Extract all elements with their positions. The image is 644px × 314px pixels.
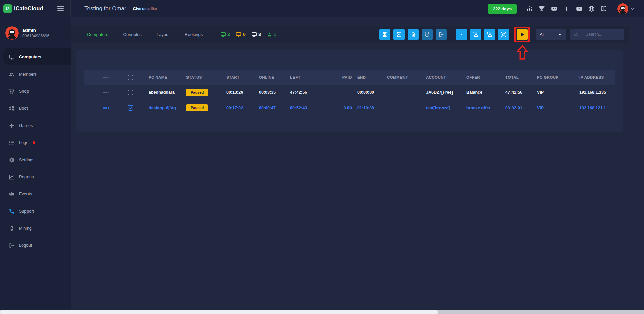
row-actions-icon[interactable] — [103, 92, 109, 93]
hourglass-filled-icon — [382, 31, 388, 38]
globe-icon[interactable] — [588, 5, 595, 12]
cell-start: 00:17:02 — [226, 106, 259, 110]
manual-icon[interactable] — [600, 5, 607, 12]
list-icon — [9, 140, 15, 146]
scrollbar-thumb[interactable] — [0, 310, 438, 314]
sidebar-item-reports[interactable]: Reports — [0, 168, 71, 185]
member-icon — [267, 32, 272, 37]
chart-icon — [9, 174, 15, 180]
topbar-actions: 222 days f — [488, 3, 644, 14]
sidebar-nav: Computers Members Shop Boot Games — [0, 48, 71, 254]
search-box — [570, 29, 624, 40]
hourglass-outline-icon — [396, 31, 402, 38]
sidebar-item-support[interactable]: Support — [0, 203, 71, 220]
user-menu[interactable] — [617, 3, 635, 14]
sidebar-item-computers[interactable]: Computers — [3, 48, 71, 65]
gamepad-icon — [9, 123, 15, 129]
cell-end: 01:10:38 — [357, 106, 387, 110]
column-header-comment: COMMENT — [387, 75, 426, 79]
trophy-icon[interactable] — [538, 5, 545, 12]
member-add-button[interactable] — [484, 29, 495, 40]
status-badge: Paused — [186, 104, 208, 111]
tab-consoles[interactable]: Consoles — [116, 28, 149, 41]
status-badge: Paused — [186, 89, 208, 96]
sign-out-button[interactable] — [436, 29, 447, 40]
cell-pc-name[interactable]: abedhaddara — [149, 90, 186, 95]
logs-alert-dot — [33, 141, 35, 144]
cash-button[interactable] — [456, 29, 467, 40]
view-tabs: Computers Consoles Layout Bookings — [87, 28, 210, 41]
sign-out-icon — [438, 31, 444, 38]
cell-offer: Balance — [466, 90, 505, 95]
alarm-button[interactable] — [422, 29, 433, 40]
cart-icon — [9, 88, 15, 94]
column-header-ip-address: IP ADDRESS — [579, 75, 615, 79]
row-actions-icon[interactable] — [103, 107, 109, 109]
monitor-icon — [251, 32, 257, 37]
resume-play-button[interactable] — [517, 29, 528, 40]
windows-icon — [9, 105, 15, 111]
table-header-row: PC NAME STATUS START ONLINE LEFT PAID EN… — [84, 70, 615, 85]
admin-avatar — [5, 26, 19, 40]
user-avatar — [617, 3, 628, 14]
hourglass-outline-button[interactable] — [393, 29, 405, 40]
column-header-account: ACCOUNT — [426, 75, 466, 79]
computer-row[interactable]: abedhaddara Paused 00:13:29 00:03:35 47:… — [84, 85, 615, 100]
sidebar-item-logs[interactable]: Logs — [0, 134, 71, 151]
battery-button[interactable] — [408, 29, 419, 40]
give-us-a-like-link[interactable]: Give us a like — [133, 7, 157, 11]
license-days-badge[interactable]: 222 days — [488, 4, 517, 14]
sidebar-item-boot[interactable]: Boot — [0, 100, 71, 117]
sidebar-item-label: Games — [19, 123, 33, 128]
sidebar-item-label: Boot — [19, 106, 28, 111]
member-star-button[interactable] — [470, 29, 481, 40]
sidebar-item-label: Computers — [19, 55, 41, 59]
cell-paid: 0.00 — [340, 106, 357, 110]
sidebar-item-label: Settings — [19, 158, 34, 162]
search-input[interactable] — [582, 32, 624, 37]
menu-toggle-button[interactable] — [56, 5, 65, 12]
cell-total: 03:32:01 — [505, 106, 537, 110]
screenshot-button[interactable] — [498, 29, 509, 40]
pc-group-filter[interactable]: All — [536, 29, 566, 40]
sidebar-item-events[interactable]: Events — [0, 185, 71, 203]
sidebar-item-logout[interactable]: Logout — [0, 237, 71, 254]
app-logo[interactable]: i2 iCafeCloud — [3, 4, 43, 13]
row-checkbox[interactable] — [128, 90, 133, 95]
tab-bookings[interactable]: Bookings — [177, 28, 210, 41]
discord-icon[interactable] — [550, 5, 558, 12]
sidebar: admin 096184986696 Computers Members Sho… — [0, 17, 71, 310]
sidebar-item-label: Shop — [19, 89, 29, 94]
cell-start: 00:13:29 — [226, 90, 259, 95]
row-checkbox-checked[interactable] — [128, 105, 133, 111]
leaderboard-icon[interactable] — [526, 5, 533, 12]
select-all-checkbox[interactable] — [128, 75, 133, 80]
cell-total: 47:42:56 — [505, 90, 537, 95]
counter-online-pcs: 2 — [220, 32, 230, 37]
icafecloud-app: i2 iCafeCloud Testing for Omar Give us a… — [0, 0, 644, 310]
sidebar-item-mining[interactable]: Mining — [0, 220, 71, 237]
computer-row-selected[interactable]: desktop-6j3rg… Paused 00:17:02 00:00:47 … — [84, 100, 615, 116]
screenshot-icon — [500, 31, 507, 38]
sidebar-item-shop[interactable]: Shop — [0, 83, 71, 100]
cafe-title: Testing for Omar — [84, 5, 126, 12]
cell-online: 00:03:35 — [259, 90, 290, 95]
hourglass-filled-button[interactable] — [379, 29, 390, 40]
cell-left: 00:52:49 — [290, 106, 340, 110]
computers-toolbar: Computers Consoles Layout Bookings 2 0 — [71, 26, 629, 43]
youtube-icon[interactable] — [575, 5, 583, 12]
cell-pc-name[interactable]: desktop-6j3rg… — [149, 106, 186, 110]
admin-phone: 096184986696 — [22, 34, 49, 38]
sidebar-item-label: Logs — [19, 140, 28, 145]
facebook-icon[interactable]: f — [563, 5, 570, 12]
horizontal-scrollbar[interactable] — [0, 310, 644, 314]
tab-computers[interactable]: Computers — [87, 28, 116, 41]
sidebar-item-settings[interactable]: Settings — [0, 151, 71, 168]
sidebar-item-games[interactable]: Games — [0, 117, 71, 134]
topbar-left: i2 iCafeCloud — [0, 0, 71, 17]
sidebar-item-members[interactable]: Members — [0, 65, 71, 83]
tab-layout[interactable]: Layout — [149, 28, 177, 41]
column-header-start: START — [226, 75, 259, 79]
row-actions-icon[interactable] — [103, 77, 109, 78]
svg-text:i2: i2 — [6, 7, 9, 11]
